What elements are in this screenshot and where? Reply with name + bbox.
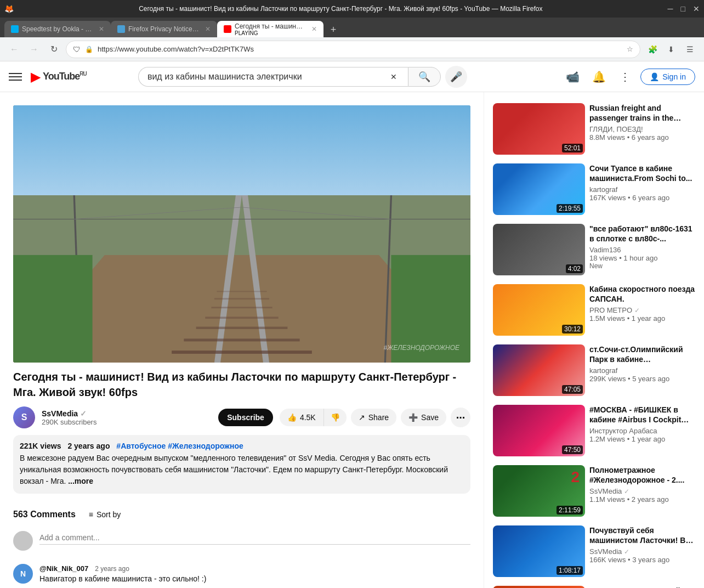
sidebar-thumb-1: 2:19:55 <box>493 163 585 215</box>
thumbs-down-icon: 👎 <box>331 413 340 422</box>
video-duration-6: 2:11:59 <box>557 506 583 514</box>
sidebar-thumb-3: 30:12 <box>493 284 585 336</box>
sort-by-button[interactable]: ≡ Sort by <box>84 507 126 522</box>
browser-nav-icons: 🧩 ⬇ ☰ <box>645 42 697 57</box>
sidebar-video-meta-7: 166K views • 3 years ago <box>589 556 695 564</box>
back-button[interactable]: ← <box>7 42 22 57</box>
dislike-button[interactable]: 👎 <box>324 409 347 426</box>
search-submit-button[interactable]: 🔍 <box>408 67 441 87</box>
main-layout: #ЖЕЛЕЗНОДОРОЖНОЕ Сегодня ты - машинист! … <box>0 92 704 588</box>
lock-icon: 🔒 <box>85 46 93 53</box>
video-title: Сегодня ты - машинист! Вид из кабины Лас… <box>13 369 470 400</box>
bookmark-icon[interactable]: ☆ <box>627 45 633 53</box>
tab-favicon-firefox <box>117 25 125 33</box>
tab-youtube[interactable]: Сегодня ты - машинист! ... PLAYING ✕ <box>217 21 323 37</box>
voice-search-button[interactable]: 🎤 <box>445 66 467 88</box>
sidebar-channel-name-0: ГЛЯДИ, ПОЕЗД! <box>589 125 695 133</box>
sidebar-thumb-5: 47:50 <box>493 405 585 456</box>
comment-author[interactable]: @Nik_Nik_007 <box>39 564 88 573</box>
youtube-logo[interactable]: ▶ YouTubeRU <box>31 69 87 84</box>
notifications-button[interactable]: 🔔 <box>588 66 610 88</box>
sidebar-video-meta-1: 167K views • 6 years ago <box>589 194 695 202</box>
reload-button[interactable]: ↻ <box>46 42 61 57</box>
youtube-wordmark: YouTubeRU <box>43 71 87 82</box>
hamburger-menu[interactable] <box>9 70 22 83</box>
channel-name-text: SsVMedia <box>42 409 78 418</box>
svg-rect-9 <box>214 298 269 300</box>
share-icon: ↗ <box>359 413 365 422</box>
video-section: #ЖЕЛЕЗНОДОРОЖНОЕ Сегодня ты - машинист! … <box>0 92 484 588</box>
channel-avatar[interactable]: S <box>13 406 35 428</box>
extensions-button[interactable]: 🧩 <box>645 42 660 57</box>
forward-button[interactable]: → <box>26 42 42 57</box>
new-tab-button[interactable]: + <box>326 22 341 37</box>
show-more-button[interactable]: ...more <box>68 477 93 485</box>
sort-label: Sort by <box>96 510 121 519</box>
account-icon: 👤 <box>650 72 659 81</box>
video-player[interactable]: #ЖЕЛЕЗНОДОРОЖНОЕ <box>13 105 470 363</box>
tab-close-firefox[interactable]: ✕ <box>205 25 211 33</box>
sidebar-video-meta-4: 299K views • 5 years ago <box>589 375 695 383</box>
channel-info: SsVMedia ✓ 290K subscribers <box>42 409 212 426</box>
close-icon: ✕ <box>693 4 700 13</box>
sidebar-video-title-5: #МОСКВА - #БИШКЕК в кабине #Airbus I Coc… <box>589 405 695 425</box>
more-options-button[interactable]: ··· <box>451 408 470 427</box>
sign-in-button[interactable]: 👤 Sign in <box>640 69 695 85</box>
save-button[interactable]: ➕ Save <box>401 409 446 426</box>
youtube-icon: ▶ <box>31 69 41 84</box>
youtube-header: ▶ YouTubeRU ✕ 🔍 🎤 📹 🔔 ⋮ <box>0 61 704 92</box>
search-input-wrap[interactable]: ✕ <box>138 67 408 87</box>
save-icon: ➕ <box>408 413 418 422</box>
comment-item: N @Nik_Nik_007 2 years ago Навигатор в к… <box>13 564 470 585</box>
sidebar-video-item[interactable]: 52:01 Russian freight and passenger trai… <box>491 101 697 157</box>
pocket-button[interactable]: ⬇ <box>663 42 679 57</box>
video-duration-7: 1:08:17 <box>557 566 583 575</box>
channel-row: S SsVMedia ✓ 290K subscribers Subscribe … <box>13 406 470 428</box>
search-input[interactable] <box>147 72 388 82</box>
window-controls[interactable]: ─ □ ✕ <box>668 4 700 13</box>
comments-count: 563 Comments <box>13 510 76 519</box>
search-clear-button[interactable]: ✕ <box>388 70 399 83</box>
sidebar-video-item[interactable]: 1:08:17 Почувствуй себя машинистом Ласто… <box>491 523 697 579</box>
sidebar-video-item[interactable]: 4:02 "все работают" вл80с-1631 в сплотке… <box>491 222 697 278</box>
subscribe-button[interactable]: Subscribe <box>218 409 273 426</box>
more-options-button[interactable]: ⋮ <box>614 66 636 88</box>
sidebar-video-title-1: Сочи Туапсе в кабине машиниста.From Soch… <box>589 163 695 183</box>
tab-title-firefox: Firefox Privacy Notice — ... <box>128 25 200 33</box>
tab-firefox[interactable]: Firefox Privacy Notice — ... ✕ <box>111 21 217 37</box>
browser-titlebar: 🦊 Сегодня ты - машинист! Вид из кабины Л… <box>0 0 704 18</box>
address-bar[interactable]: 🛡 🔒 https://www.youtube.com/watch?v=xD2t… <box>66 41 640 58</box>
menu-button[interactable]: ☰ <box>682 42 697 57</box>
sidebar-video-item[interactable]: 47:50 #МОСКВА - #БИШКЕК в кабине #Airbus… <box>491 403 697 459</box>
sidebar-video-item[interactable]: 2:11:59 Полнометражное #Железнодорожное … <box>491 463 697 519</box>
svg-rect-6 <box>196 327 288 329</box>
sidebar-video-item[interactable]: 47:05 ст.Сочи-ст.Олимпийский Парк в каби… <box>491 342 697 398</box>
sidebar-video-meta-2: 18 views • 1 hour ago New <box>589 254 695 270</box>
comment-input[interactable] <box>39 531 470 545</box>
like-button[interactable]: 👍 4.5K <box>280 409 324 426</box>
video-duration-3: 30:12 <box>562 325 583 333</box>
tab-close-ookla[interactable]: ✕ <box>99 25 104 33</box>
tab-close-youtube[interactable]: ✕ <box>311 25 317 33</box>
upload-date: 2 years ago <box>67 442 110 450</box>
sidebar-video-meta-6: 1.1M views • 2 years ago <box>589 495 695 504</box>
verified-icon: ✓ <box>624 548 629 556</box>
sidebar-video-item[interactable]: 2:19:55 Сочи Туапсе в кабине машиниста.F… <box>491 161 697 217</box>
sidebar-video-item[interactable]: 73 Тепловоз ЧМЭЗ. Самый массовый в мире?… <box>491 584 697 588</box>
video-description-box[interactable]: 221K views 2 years ago #Автобусное #Желе… <box>13 435 470 494</box>
svg-rect-8 <box>211 307 272 308</box>
channel-name[interactable]: SsVMedia ✓ <box>42 409 212 418</box>
sidebar-thumb-7: 1:08:17 <box>493 525 585 577</box>
add-comment-row <box>13 531 470 551</box>
sidebar-video-title-2: "все работают" вл80с-1631 в сплотке с вл… <box>589 224 695 244</box>
svg-rect-5 <box>184 339 299 342</box>
create-button[interactable]: 📹 <box>561 66 583 88</box>
video-background: #ЖЕЛЕЗНОДОРОЖНОЕ <box>13 105 470 363</box>
share-button[interactable]: ↗ Share <box>351 409 396 426</box>
like-dislike-group: 👍 4.5K 👎 <box>280 409 347 426</box>
create-icon: 📹 <box>566 70 580 83</box>
ellipsis-icon: ··· <box>456 411 465 424</box>
tab-ookla[interactable]: Speedtest by Ookla - Th... ✕ <box>4 21 111 37</box>
sidebar-video-item[interactable]: 30:12 Кабина скоростного поезда САПСАН. … <box>491 282 697 338</box>
browser-navbar: ← → ↻ 🛡 🔒 https://www.youtube.com/watch?… <box>0 37 704 61</box>
